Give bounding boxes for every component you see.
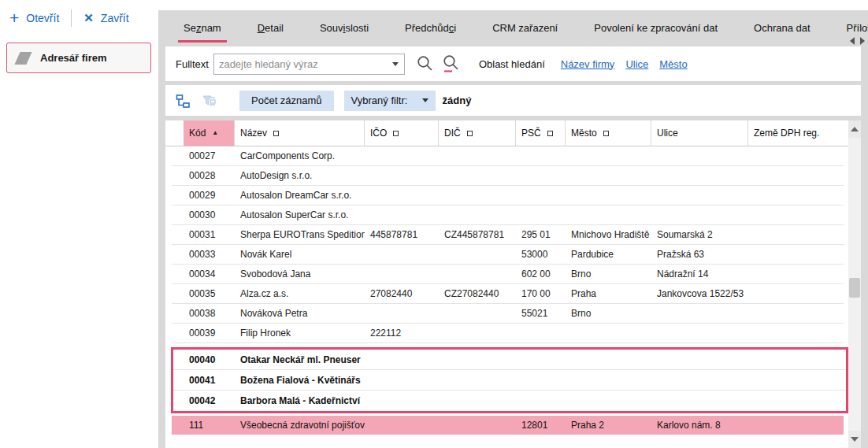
column-label: IČO <box>370 128 387 139</box>
table-row[interactable]: 00027CarComponents Corp. <box>172 146 844 166</box>
companies-table: Kód▲NázevIČODIČPSČMěstoUliceZemě DPH reg… <box>165 120 861 448</box>
table-row[interactable]: 00030Autosalon SuperCar s.r.o. <box>172 205 844 225</box>
column-header-6[interactable]: Ulice <box>651 120 748 146</box>
scrollbar-thumb[interactable] <box>849 278 860 298</box>
sidebar-item-adresar-firem[interactable]: Adresář firem <box>6 43 151 73</box>
close-icon: ✕ <box>83 12 94 24</box>
table-row[interactable]: 00031Sherpa EUROTrans Spedition445878781… <box>172 225 844 245</box>
scroll-down-button[interactable] <box>848 431 861 448</box>
tab-souvislosti[interactable]: Souvislosti <box>302 10 387 46</box>
tree-view-button[interactable] <box>175 93 191 109</box>
cell-kod: 00028 <box>184 170 235 181</box>
table-header-row: Kód▲NázevIČODIČPSČMěstoUliceZemě DPH reg… <box>165 120 848 146</box>
cell-psc: 12801 <box>516 420 566 431</box>
cell-kod: 00042 <box>184 395 235 406</box>
table-row[interactable]: 00029Autosalon DreamCar s.r.o. <box>172 186 844 205</box>
close-button[interactable]: ✕ Zavřít <box>83 12 128 24</box>
close-button-label: Zavřít <box>101 12 129 24</box>
column-filter-icon[interactable] <box>603 131 609 136</box>
scope-link-mesto[interactable]: Město <box>659 58 687 70</box>
open-button[interactable]: + Otevřít <box>9 11 59 25</box>
scope-link-ulice[interactable]: Ulice <box>625 58 648 70</box>
cell-mesto: Mnichovo Hradiště <box>566 229 651 240</box>
cell-kod: 00030 <box>184 209 235 220</box>
tree-filter-icon <box>201 93 217 109</box>
record-count-button[interactable]: Počet záznamů <box>239 91 334 111</box>
column-header-1[interactable]: Název <box>235 120 365 146</box>
cell-kod: 00034 <box>184 268 235 280</box>
search-button[interactable] <box>416 54 434 73</box>
column-label: Země DPH reg. <box>754 128 819 139</box>
cell-kod: 00035 <box>184 288 235 299</box>
cell-mesto: Pardubice <box>566 249 651 260</box>
column-filter-icon[interactable] <box>273 131 279 136</box>
column-header-0[interactable]: Kód▲ <box>184 120 235 146</box>
cell-nazev: Božena Fialová - Květinářs <box>235 375 365 386</box>
cell-nazev: Filip Hronek <box>235 328 365 339</box>
table-row[interactable]: 00033Novák Karel53000PardubicePražská 63 <box>172 245 844 265</box>
cell-kod: 00031 <box>184 229 235 240</box>
table-row[interactable]: 00042Barbora Malá - Kadeřnictví <box>173 391 846 411</box>
window-action-bar: + Otevřít ✕ Zavřít <box>9 9 129 27</box>
cell-ico: 445878781 <box>365 229 439 240</box>
column-header-3[interactable]: DIČ <box>439 120 516 146</box>
table-row[interactable]: 00040Otakar Neckář ml. Pneuser <box>173 350 846 370</box>
column-filter-icon[interactable] <box>393 131 399 136</box>
column-filter-icon[interactable] <box>547 131 553 136</box>
fulltext-input[interactable] <box>213 54 405 75</box>
cell-mesto: Praha 2 <box>566 420 651 431</box>
column-header-7[interactable]: Země DPH reg. <box>748 120 848 146</box>
selected-filter-dropdown[interactable]: Vybraný filtr: <box>344 91 436 111</box>
table-row[interactable]: 00035Alza.cz a.s.27082440CZ27082440170 0… <box>172 284 844 304</box>
cell-ulice: Karlovo nám. 8 <box>651 420 748 431</box>
search-in-results-button[interactable] <box>442 54 460 73</box>
column-label: Název <box>240 128 267 139</box>
app-window: + Otevřít ✕ Zavřít Adresář firem Seznam … <box>0 0 868 448</box>
cell-kod: 00038 <box>184 308 235 319</box>
action-divider <box>71 9 72 27</box>
module-icon <box>14 52 32 65</box>
tab-crm-zarazeni[interactable]: CRM zařazení <box>474 10 576 46</box>
table-row[interactable]: 00028AutoDesign s.r.o. <box>172 166 844 186</box>
cell-mesto: Praha <box>566 288 651 299</box>
cell-ulice: Soumarská 2 <box>651 229 748 240</box>
tab-seznam[interactable]: Seznam <box>165 10 239 46</box>
vertical-scrollbar[interactable] <box>848 120 861 448</box>
tab-predchudci[interactable]: Předchůdci <box>387 10 474 46</box>
cell-nazev: Svobodová Jana <box>235 268 365 280</box>
plus-icon: + <box>9 11 19 25</box>
column-header-2[interactable]: IČO <box>365 120 439 146</box>
table-row[interactable]: 00039Filip Hronek222112 <box>172 324 844 343</box>
column-filter-icon[interactable] <box>467 131 473 136</box>
arrow-down-icon <box>851 437 859 442</box>
table-row[interactable]: 00038Nováková Petra55021Brno <box>172 304 844 324</box>
fulltext-combobox[interactable] <box>213 54 405 75</box>
cell-kod: 00041 <box>184 375 235 386</box>
cell-psc: 170 00 <box>516 288 566 299</box>
table-row-selected[interactable]: 111Všeobecná zdravotní pojišťovna12801Pr… <box>172 416 844 435</box>
table-row[interactable]: 00041Božena Fialová - Květinářs <box>173 370 846 391</box>
cell-nazev: Otakar Neckář ml. Pneuser <box>235 354 365 365</box>
column-header-4[interactable]: PSČ <box>516 120 566 146</box>
tree-icon <box>175 93 191 109</box>
cell-nazev: CarComponents Corp. <box>235 150 365 161</box>
tree-filter-button-disabled[interactable] <box>201 93 217 109</box>
tab-scroll-controls <box>850 37 865 45</box>
cell-psc: 55021 <box>516 308 566 319</box>
cell-ico: 222112 <box>365 328 439 339</box>
tab-povoleni-ke-zpracovani-dat[interactable]: Povolení ke zpracování dat <box>576 10 736 46</box>
tab-scroll-left-icon[interactable] <box>850 37 855 45</box>
tab-ochrana-dat[interactable]: Ochrana dat <box>736 10 829 46</box>
cell-mesto: Brno <box>566 308 651 319</box>
tab-detail[interactable]: Detail <box>239 10 302 46</box>
chevron-down-icon <box>422 98 428 102</box>
table-row[interactable]: 00034Svobodová Jana602 00BrnoNádražní 14 <box>172 265 844 284</box>
scope-link-nazev-firmy[interactable]: Název firmy <box>561 58 615 70</box>
cell-nazev: Alza.cz a.s. <box>235 288 365 299</box>
column-header-5[interactable]: Město <box>566 120 651 146</box>
scroll-up-button[interactable] <box>848 120 861 138</box>
tab-scroll-right-icon[interactable] <box>860 37 865 45</box>
search-underline-icon <box>442 54 460 73</box>
cell-nazev: Autosalon DreamCar s.r.o. <box>235 190 365 201</box>
list-toolbar: Počet záznamů Vybraný filtr: žádný <box>165 85 861 116</box>
